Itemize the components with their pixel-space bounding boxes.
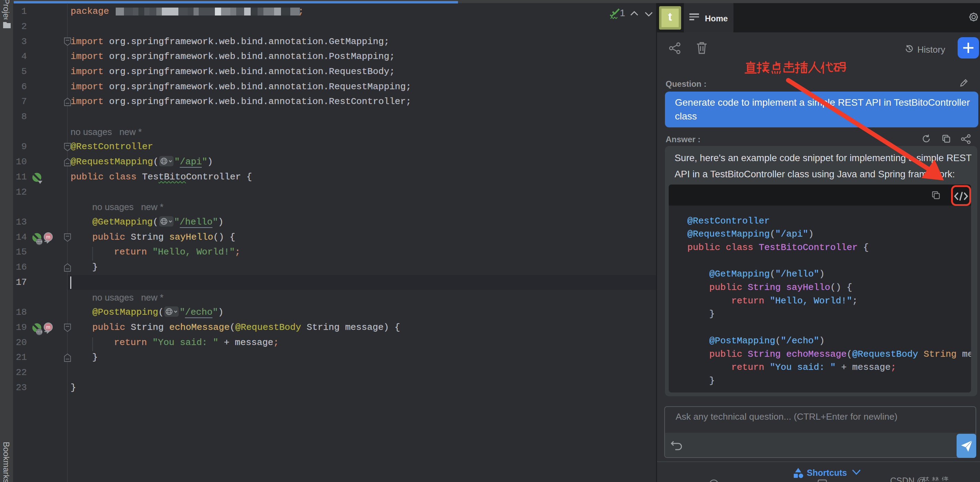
svg-text:m: m (46, 325, 50, 330)
svg-text:m: m (46, 234, 50, 240)
